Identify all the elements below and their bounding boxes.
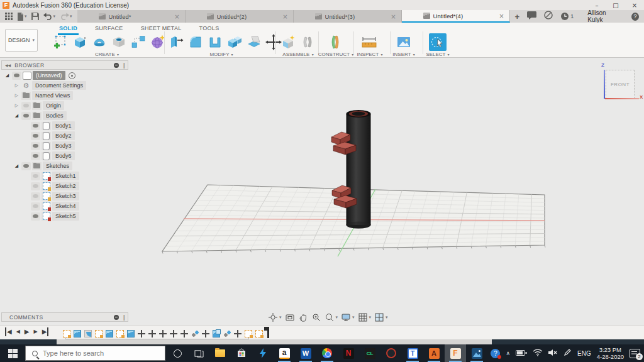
taskbar-app-cortana[interactable] <box>167 344 188 362</box>
taskbar-app-lightning-app[interactable] <box>252 344 274 362</box>
taskbar-clock[interactable]: 3:23 PM 4-28-2020 <box>597 346 624 360</box>
browser-row-sketch5[interactable]: Sketch5 <box>1 211 133 221</box>
timeline-feature-extrude[interactable] <box>74 330 81 337</box>
expand-arrow-icon[interactable]: ▷ <box>13 93 20 98</box>
timeline-feature-move[interactable] <box>138 330 145 337</box>
model-cylinder[interactable] <box>347 110 371 229</box>
browser-row-body6[interactable]: Body6 <box>1 151 133 161</box>
visibility-eye-icon[interactable] <box>31 192 40 200</box>
view-cube[interactable]: Z FRONT X <box>596 62 644 107</box>
save-icon[interactable] <box>30 13 40 20</box>
zoom-icon[interactable] <box>311 312 321 322</box>
modify-group-label[interactable]: MODIFY ▾ <box>209 52 233 57</box>
visibility-eye-icon[interactable] <box>31 122 40 130</box>
panel-grip-icon[interactable]: ❙ <box>121 314 126 321</box>
browser-row-body1[interactable]: Body1 <box>1 121 133 131</box>
rectangular-pattern-icon[interactable] <box>130 33 147 51</box>
close-tab-icon[interactable]: × <box>497 13 505 19</box>
collapse-panel-icon[interactable]: ◀◀ <box>5 63 11 67</box>
timeline-feature-move[interactable] <box>202 330 209 337</box>
pen-icon[interactable] <box>564 348 572 359</box>
workspace-selector[interactable]: DESIGN ▾ <box>5 29 38 52</box>
view-cube-front-face[interactable]: FRONT <box>606 70 635 99</box>
document-tab[interactable]: Untitled*(4)× <box>402 10 510 23</box>
go-to-beginning-icon[interactable]: ◀ <box>5 327 12 336</box>
undo-icon[interactable]: ▾ <box>42 13 57 20</box>
taskbar-app-screen-recorder[interactable] <box>380 344 402 362</box>
expand-arrow-icon[interactable]: ◢ <box>13 113 20 118</box>
measure-icon[interactable] <box>360 33 378 51</box>
grid-display-icon[interactable]: ▾ <box>358 312 372 322</box>
construction-plane-icon[interactable] <box>326 33 344 51</box>
document-tab[interactable]: Untitled*(2)× <box>186 10 294 23</box>
hole-icon[interactable] <box>110 33 128 51</box>
fillet-icon[interactable] <box>187 33 204 51</box>
start-button[interactable] <box>0 344 25 362</box>
timeline-feature-align[interactable] <box>223 330 231 337</box>
browser-row-body3[interactable]: Body3 <box>1 141 133 151</box>
construct-group-label[interactable]: CONSTRUCT ▾ <box>318 52 353 57</box>
fit-icon[interactable]: ▾ <box>325 312 338 322</box>
go-to-end-icon[interactable]: ▶ <box>42 327 49 336</box>
browser-row-bodies[interactable]: ◢Bodies <box>1 111 133 121</box>
minimize-button[interactable]: – <box>587 0 606 10</box>
hidden-icons-caret-icon[interactable]: ∧ <box>506 350 510 356</box>
visibility-eye-icon[interactable] <box>31 212 40 221</box>
close-tab-icon[interactable]: × <box>389 13 397 20</box>
timeline-scrollbar[interactable] <box>0 339 644 344</box>
taskbar-app-chrome[interactable] <box>316 344 338 362</box>
select-group-label[interactable]: SELECT ▾ <box>426 52 449 57</box>
taskbar-app-netflix[interactable]: N <box>338 344 359 362</box>
panel-options-icon[interactable] <box>114 315 119 320</box>
file-menu-icon[interactable]: ▾ <box>16 13 28 21</box>
taskbar-app-photos[interactable] <box>466 344 487 362</box>
close-tab-icon[interactable]: × <box>173 13 180 20</box>
maximize-button[interactable]: □ <box>606 0 625 10</box>
comments-panel-header[interactable]: COMMENTS ❙ <box>1 312 128 322</box>
timeline-feature-extrude[interactable] <box>127 330 135 337</box>
timeline-feature-move[interactable] <box>148 330 156 337</box>
new-component-icon[interactable] <box>279 33 297 51</box>
browser-row-unsaved[interactable]: ◢(Unsaved) <box>1 70 133 80</box>
press-pull-icon[interactable] <box>167 33 185 51</box>
system-help-icon[interactable]: ? <box>491 349 500 358</box>
taskbar-app-text-app[interactable]: T <box>402 344 423 362</box>
timeline-feature-fillet[interactable] <box>84 330 92 337</box>
split-body-icon[interactable] <box>245 33 263 51</box>
visibility-eye-icon[interactable] <box>31 142 40 150</box>
visibility-eye-icon[interactable] <box>21 162 31 170</box>
step-back-icon[interactable]: ◀ <box>16 327 20 336</box>
browser-row-sketch3[interactable]: Sketch3 <box>1 191 133 201</box>
battery-icon[interactable] <box>516 348 527 359</box>
visibility-eye-icon[interactable] <box>31 172 40 180</box>
document-tab[interactable]: Untitled*(3)× <box>294 10 402 23</box>
orbit-icon[interactable]: ▾ <box>268 312 282 322</box>
close-button[interactable]: × <box>625 0 644 10</box>
visibility-eye-icon[interactable] <box>31 152 40 160</box>
revolve-icon[interactable] <box>91 33 108 51</box>
taskbar-search[interactable] <box>25 346 165 361</box>
visibility-eye-icon[interactable] <box>31 202 40 211</box>
visibility-eye-icon[interactable] <box>31 182 40 190</box>
extensions-chat-icon[interactable] <box>527 11 536 22</box>
browser-row-named-views[interactable]: ▷Named Views <box>1 90 133 101</box>
timeline-feature-move[interactable] <box>159 330 167 337</box>
timeline-scroll-handle[interactable] <box>0 339 57 344</box>
timeline-feature-move[interactable] <box>180 330 188 337</box>
visibility-eye-icon[interactable] <box>21 102 31 110</box>
search-input[interactable] <box>42 349 148 358</box>
activate-component-radio[interactable] <box>69 72 75 79</box>
timeline-feature-sketch[interactable] <box>63 330 70 337</box>
taskbar-app-file-explorer[interactable] <box>209 344 231 362</box>
look-at-icon[interactable] <box>285 312 295 322</box>
wifi-icon[interactable] <box>533 348 543 359</box>
redo-icon[interactable]: ▾ <box>58 13 74 20</box>
taskbar-app-autodesk-app[interactable]: A <box>423 344 445 362</box>
document-tab[interactable]: Untitled*× <box>77 10 186 23</box>
notification-center-icon[interactable]: 1 <box>560 12 574 21</box>
panel-grip-icon[interactable]: ❙ <box>121 62 126 69</box>
expand-arrow-icon[interactable]: ◢ <box>13 163 20 168</box>
visibility-eye-icon[interactable] <box>31 132 40 140</box>
select-icon[interactable] <box>429 33 447 51</box>
timeline-feature-sketch[interactable] <box>95 330 103 337</box>
